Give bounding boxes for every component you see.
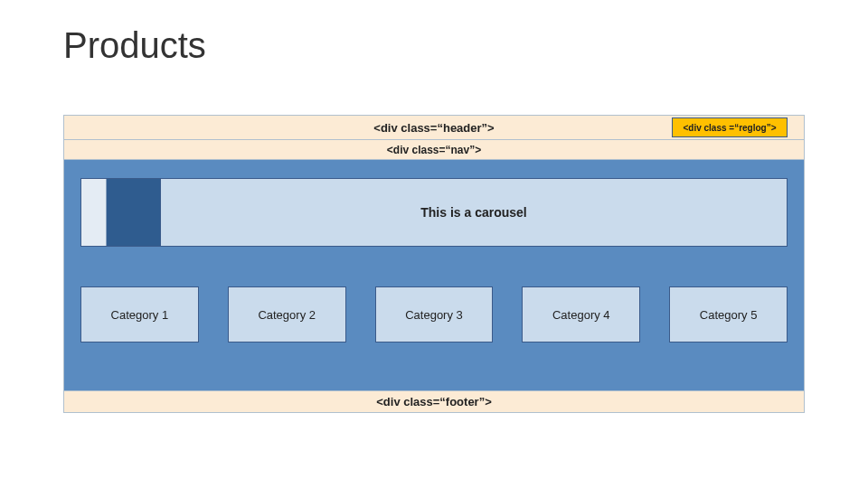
- category-box-1: Category 1: [80, 286, 199, 343]
- main-content-region: This is a carousel Category 1 Category 2…: [63, 160, 805, 391]
- categories-row: Category 1 Category 2 Category 3 Categor…: [80, 286, 788, 343]
- category-box-5: Category 5: [669, 286, 788, 343]
- reglog-region: <div class =“reglog”>: [672, 117, 788, 137]
- carousel-prev-slide: [81, 179, 107, 246]
- category-box-3: Category 3: [375, 286, 494, 343]
- header-region: <div class=“header”> <div class =“reglog…: [63, 115, 805, 140]
- category-box-2: Category 2: [228, 286, 346, 343]
- wireframe-container: <div class=“header”> <div class =“reglog…: [63, 115, 805, 413]
- footer-label: <div class=“footer”>: [376, 395, 492, 408]
- carousel-current-slide: [107, 179, 161, 246]
- category-box-4: Category 4: [522, 286, 640, 343]
- footer-region: <div class=“footer”>: [63, 391, 805, 413]
- nav-label: <div class=“nav”>: [387, 144, 481, 156]
- reglog-label: <div class =“reglog”>: [683, 123, 776, 133]
- carousel-region: This is a carousel: [80, 178, 788, 247]
- header-label: <div class=“header”>: [373, 121, 494, 135]
- nav-region: <div class=“nav”>: [63, 140, 805, 160]
- page-title: Products: [63, 25, 206, 66]
- carousel-label: This is a carousel: [161, 205, 787, 220]
